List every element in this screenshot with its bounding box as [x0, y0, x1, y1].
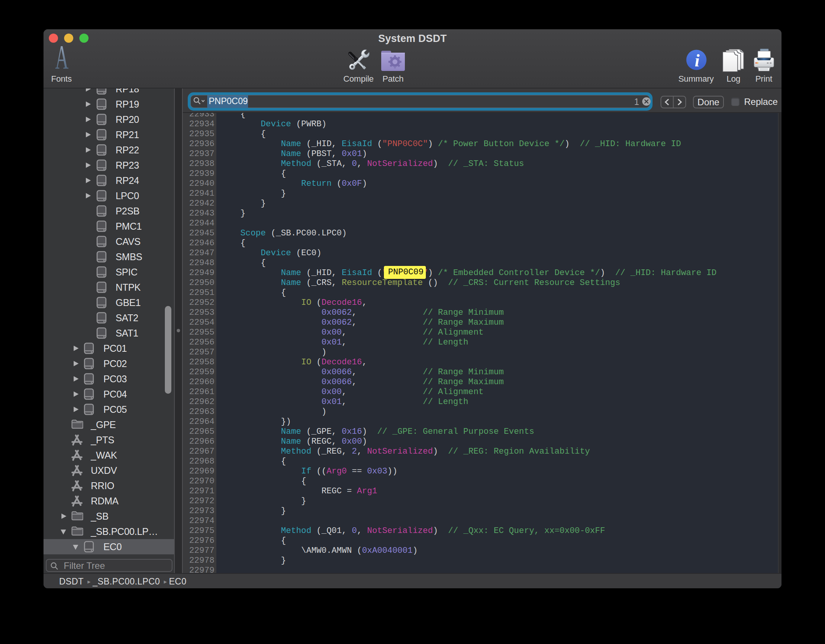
svg-text:i: i: [695, 51, 700, 70]
svg-text:A: A: [55, 43, 68, 70]
